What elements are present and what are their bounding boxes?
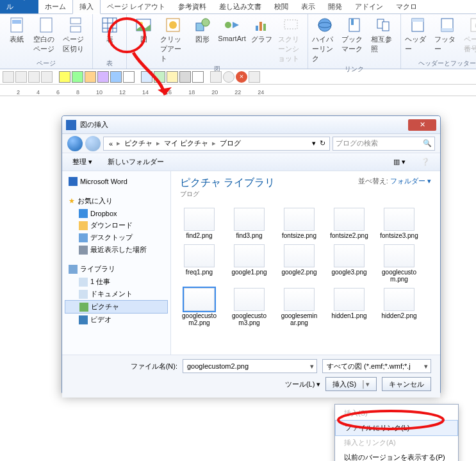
file-item[interactable]: hidden1.png xyxy=(330,288,368,326)
file-item[interactable]: google1.png xyxy=(230,244,268,283)
menu-item-link-to-file[interactable]: ファイルにリンク(L) xyxy=(335,420,458,436)
sort-value[interactable]: フォルダー ▾ xyxy=(390,177,431,185)
ribbon-tabs: ファイル ホーム 挿入 ページ レイアウト 参考資料 差し込み文書 校閲 表示 … xyxy=(0,0,476,14)
color-swatch[interactable] xyxy=(72,71,83,83)
dialog-toolbar: 整理 ▾ 新しいフォルダー ▥ ▾ ❔ xyxy=(62,153,440,171)
menu-item-previous-versions[interactable]: 以前のバージョンを表示する(P) xyxy=(335,450,458,461)
crumb[interactable]: « xyxy=(108,140,114,147)
tab-view[interactable]: 表示 xyxy=(295,0,322,13)
view-options-button[interactable]: ▥ ▾ xyxy=(388,156,411,168)
sidebar-item[interactable]: ダウンロード xyxy=(65,219,168,231)
cancel-button[interactable]: キャンセル xyxy=(382,377,431,391)
color-swatch[interactable] xyxy=(59,71,70,83)
crumb[interactable]: ブログ xyxy=(218,138,242,148)
file-item[interactable]: google3.png xyxy=(330,244,368,283)
tab-file[interactable]: ファイル xyxy=(0,0,38,13)
file-item[interactable]: fontsize3.png xyxy=(380,208,418,239)
sidebar-item[interactable]: 1 仕事 xyxy=(65,276,168,288)
color-swatch[interactable] xyxy=(110,71,122,83)
color-swatch[interactable] xyxy=(141,71,152,83)
sidebar-item[interactable]: デスクトップ xyxy=(65,231,168,244)
tab-developer[interactable]: 開発 xyxy=(322,0,349,13)
btn-footer[interactable]: フッター xyxy=(434,17,460,54)
color-swatch[interactable] xyxy=(179,71,191,83)
insert-split-button[interactable]: 挿入(S) xyxy=(325,377,377,391)
btn-hyperlink[interactable]: ハイパーリンク xyxy=(312,17,338,63)
close-button[interactable]: ✕ xyxy=(408,119,436,131)
btn-clipart[interactable]: クリップアート xyxy=(160,17,186,63)
sidebar-item[interactable]: ビデオ xyxy=(65,314,168,326)
qb-icon[interactable] xyxy=(28,71,40,83)
qb-icon[interactable] xyxy=(223,71,234,83)
breadcrumb[interactable]: « ▸ ピクチャ ▸ マイ ピクチャ ▸ ブログ ▾ ↻ xyxy=(103,137,330,151)
crumb[interactable]: ピクチャ xyxy=(123,138,154,148)
chevron-down-icon[interactable]: ▾ xyxy=(312,139,316,147)
color-swatch[interactable] xyxy=(154,71,165,83)
btn-blank-page[interactable]: 空白のページ xyxy=(33,17,59,54)
tab-insert[interactable]: 挿入 xyxy=(72,0,101,14)
color-swatch[interactable] xyxy=(97,71,109,83)
sidebar-item[interactable]: Dropbox xyxy=(65,208,168,219)
file-item[interactable]: fontsize2.png xyxy=(330,208,368,239)
menu-item-insert-and-link[interactable]: 挿入とリンク(A) xyxy=(335,435,458,450)
tab-addin[interactable]: アドイン xyxy=(349,0,390,13)
tab-pagelayout[interactable]: ページ レイアウト xyxy=(101,0,172,13)
sidebar-item[interactable]: 最近表示した場所 xyxy=(65,244,168,256)
file-item[interactable]: google2.png xyxy=(280,244,318,283)
help-button[interactable]: ❔ xyxy=(416,156,435,168)
file-item[interactable]: find3.png xyxy=(230,208,268,239)
color-swatch[interactable] xyxy=(167,71,178,83)
btn-bookmark[interactable]: ブックマーク xyxy=(341,17,367,63)
sidebar-app[interactable]: Microsoft Word xyxy=(65,175,168,188)
file-item[interactable]: find2.png xyxy=(180,208,218,239)
label: Dropbox xyxy=(90,210,117,217)
nav-forward-button[interactable] xyxy=(85,136,101,151)
file-item[interactable]: googlecustom.png xyxy=(380,244,418,283)
refresh-icon[interactable]: ↻ xyxy=(320,139,325,147)
tab-home[interactable]: ホーム xyxy=(38,0,72,13)
btn-header[interactable]: ヘッダー xyxy=(405,17,431,54)
sidebar-item-pictures[interactable]: ピクチャ xyxy=(65,300,168,314)
tab-mailmerge[interactable]: 差し込み文書 xyxy=(213,0,268,13)
btn-cover-page[interactable]: 表紙 xyxy=(4,17,29,54)
file-item[interactable]: fontsize.png xyxy=(280,208,318,239)
qb-icon[interactable] xyxy=(210,71,222,83)
search-input[interactable]: ブログの検索 🔍 xyxy=(332,137,435,151)
menu-item-insert[interactable]: 挿入(S) xyxy=(335,406,458,421)
tools-button[interactable]: ツール(L) ▾ xyxy=(285,380,321,389)
new-folder-button[interactable]: 新しいフォルダー xyxy=(103,155,169,169)
sidebar-favorites[interactable]: ★お気に入り xyxy=(65,194,168,208)
file-item[interactable]: hidden2.png xyxy=(380,288,418,326)
file-item[interactable]: googleseminar.png xyxy=(280,288,318,326)
btn-shapes[interactable]: 図形 xyxy=(190,17,215,63)
dialog-titlebar[interactable]: 図の挿入 ✕ xyxy=(62,116,440,134)
color-swatch[interactable] xyxy=(123,71,135,83)
tab-macro[interactable]: マクロ xyxy=(390,0,423,13)
nav-back-button[interactable] xyxy=(67,136,83,151)
sort-control[interactable]: 並べ替え: フォルダー ▾ xyxy=(358,176,431,199)
tab-references[interactable]: 参考資料 xyxy=(172,0,213,13)
qb-icon[interactable] xyxy=(249,71,260,83)
qb-icon[interactable] xyxy=(41,71,53,83)
sidebar-libraries[interactable]: ライブラリ xyxy=(65,262,168,276)
crumb[interactable]: マイ ピクチャ xyxy=(163,138,209,148)
tab-review[interactable]: 校閲 xyxy=(268,0,295,13)
btn-crossref[interactable]: 相互参照 xyxy=(371,17,397,63)
btn-smartart[interactable]: SmartArt xyxy=(219,17,245,63)
color-swatch[interactable] xyxy=(85,71,96,83)
file-item[interactable]: googlecustom2.png xyxy=(180,288,218,326)
organize-button[interactable]: 整理 ▾ xyxy=(67,155,97,169)
qb-icon[interactable] xyxy=(15,71,27,83)
btn-picture[interactable]: 図 xyxy=(131,17,156,63)
color-swatch[interactable] xyxy=(192,71,204,83)
file-item[interactable]: freq1.png xyxy=(180,244,218,283)
file-item[interactable]: googlecustom3.png xyxy=(230,288,268,326)
file-type-select[interactable]: すべての図 (*.emf;*.wmf;*.j xyxy=(322,359,431,373)
qb-close-icon[interactable]: × xyxy=(236,71,247,83)
btn-table[interactable]: 表 xyxy=(97,17,122,44)
sidebar-item[interactable]: ドキュメント xyxy=(65,288,168,300)
btn-chart[interactable]: グラフ xyxy=(249,17,274,63)
qb-icon[interactable] xyxy=(3,71,14,83)
btn-page-break[interactable]: ページ区切り xyxy=(63,17,88,54)
file-name-input[interactable]: googlecustom2.png xyxy=(183,359,317,373)
